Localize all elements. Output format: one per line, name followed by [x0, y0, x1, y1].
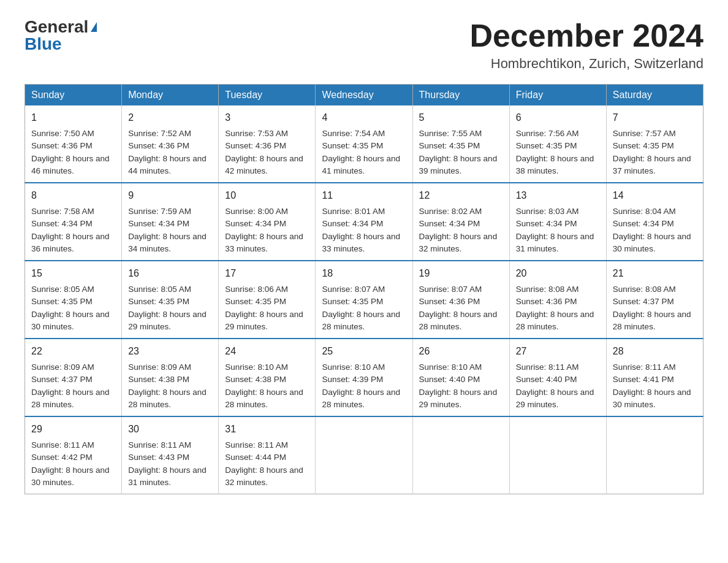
- day-cell: 15 Sunrise: 8:05 AMSunset: 4:35 PMDaylig…: [25, 261, 122, 339]
- day-number: 10: [225, 188, 309, 203]
- day-info: Sunrise: 8:08 AMSunset: 4:37 PMDaylight:…: [613, 283, 697, 333]
- day-number: 3: [225, 110, 309, 125]
- header-tuesday: Tuesday: [219, 85, 316, 106]
- day-info: Sunrise: 8:05 AMSunset: 4:35 PMDaylight:…: [31, 283, 115, 333]
- day-number: 25: [322, 344, 406, 359]
- day-number: 20: [516, 266, 600, 281]
- day-info: Sunrise: 8:08 AMSunset: 4:36 PMDaylight:…: [516, 283, 600, 333]
- day-cell: 17 Sunrise: 8:06 AMSunset: 4:35 PMDaylig…: [219, 261, 316, 339]
- logo-triangle-icon: [91, 22, 97, 32]
- day-number: 5: [419, 110, 503, 125]
- day-number: 4: [322, 110, 406, 125]
- header-saturday: Saturday: [606, 85, 703, 106]
- header-wednesday: Wednesday: [316, 85, 412, 106]
- week-row-3: 15 Sunrise: 8:05 AMSunset: 4:35 PMDaylig…: [25, 261, 703, 339]
- day-info: Sunrise: 8:04 AMSunset: 4:34 PMDaylight:…: [613, 205, 697, 255]
- day-cell: 9 Sunrise: 7:59 AMSunset: 4:34 PMDayligh…: [122, 183, 219, 261]
- day-number: 23: [128, 344, 212, 359]
- day-number: 7: [613, 110, 697, 125]
- day-number: 9: [128, 188, 212, 203]
- day-number: 27: [516, 344, 600, 359]
- day-number: 14: [613, 188, 697, 203]
- day-cell: 26 Sunrise: 8:10 AMSunset: 4:40 PMDaylig…: [412, 339, 509, 416]
- day-cell: 8 Sunrise: 7:58 AMSunset: 4:34 PMDayligh…: [25, 183, 122, 261]
- day-info: Sunrise: 8:11 AMSunset: 4:42 PMDaylight:…: [31, 439, 115, 489]
- day-info: Sunrise: 7:58 AMSunset: 4:34 PMDaylight:…: [31, 205, 115, 255]
- day-cell: 20 Sunrise: 8:08 AMSunset: 4:36 PMDaylig…: [509, 261, 606, 339]
- day-info: Sunrise: 7:59 AMSunset: 4:34 PMDaylight:…: [128, 205, 212, 255]
- day-number: 24: [225, 344, 309, 359]
- day-cell: 6 Sunrise: 7:56 AMSunset: 4:35 PMDayligh…: [509, 105, 606, 183]
- week-row-2: 8 Sunrise: 7:58 AMSunset: 4:34 PMDayligh…: [25, 183, 703, 261]
- day-info: Sunrise: 8:10 AMSunset: 4:38 PMDaylight:…: [225, 361, 309, 411]
- day-number: 31: [225, 422, 309, 437]
- day-cell: [412, 416, 509, 494]
- day-info: Sunrise: 8:06 AMSunset: 4:35 PMDaylight:…: [225, 283, 309, 333]
- header-row: SundayMondayTuesdayWednesdayThursdayFrid…: [25, 85, 703, 106]
- day-cell: [606, 416, 703, 494]
- day-number: 15: [31, 266, 115, 281]
- day-number: 18: [322, 266, 406, 281]
- day-cell: [316, 416, 412, 494]
- day-number: 29: [31, 422, 115, 437]
- day-info: Sunrise: 8:02 AMSunset: 4:34 PMDaylight:…: [419, 205, 503, 255]
- header-monday: Monday: [122, 85, 219, 106]
- header-thursday: Thursday: [412, 85, 509, 106]
- day-info: Sunrise: 8:01 AMSunset: 4:34 PMDaylight:…: [322, 205, 406, 255]
- day-cell: 13 Sunrise: 8:03 AMSunset: 4:34 PMDaylig…: [509, 183, 606, 261]
- day-number: 17: [225, 266, 309, 281]
- day-number: 13: [516, 188, 600, 203]
- day-cell: 10 Sunrise: 8:00 AMSunset: 4:34 PMDaylig…: [219, 183, 316, 261]
- day-cell: 12 Sunrise: 8:02 AMSunset: 4:34 PMDaylig…: [412, 183, 509, 261]
- day-info: Sunrise: 7:56 AMSunset: 4:35 PMDaylight:…: [516, 128, 600, 177]
- day-cell: 29 Sunrise: 8:11 AMSunset: 4:42 PMDaylig…: [25, 416, 122, 494]
- header-sunday: Sunday: [25, 85, 122, 106]
- day-number: 11: [322, 188, 406, 203]
- day-info: Sunrise: 8:11 AMSunset: 4:43 PMDaylight:…: [128, 439, 212, 489]
- day-number: 16: [128, 266, 212, 281]
- day-cell: 28 Sunrise: 8:11 AMSunset: 4:41 PMDaylig…: [606, 339, 703, 416]
- day-info: Sunrise: 7:54 AMSunset: 4:35 PMDaylight:…: [322, 128, 406, 177]
- day-cell: [509, 416, 606, 494]
- day-cell: 1 Sunrise: 7:50 AMSunset: 4:36 PMDayligh…: [25, 105, 122, 183]
- day-info: Sunrise: 8:10 AMSunset: 4:39 PMDaylight:…: [322, 361, 406, 411]
- header-friday: Friday: [509, 85, 606, 106]
- day-info: Sunrise: 8:07 AMSunset: 4:35 PMDaylight:…: [322, 283, 406, 333]
- day-cell: 23 Sunrise: 8:09 AMSunset: 4:38 PMDaylig…: [122, 339, 219, 416]
- day-number: 22: [31, 344, 115, 359]
- day-info: Sunrise: 8:10 AMSunset: 4:40 PMDaylight:…: [419, 361, 503, 411]
- day-number: 26: [419, 344, 503, 359]
- day-cell: 31 Sunrise: 8:11 AMSunset: 4:44 PMDaylig…: [219, 416, 316, 494]
- day-info: Sunrise: 8:07 AMSunset: 4:36 PMDaylight:…: [419, 283, 503, 333]
- day-number: 12: [419, 188, 503, 203]
- day-info: Sunrise: 8:09 AMSunset: 4:38 PMDaylight:…: [128, 361, 212, 411]
- day-info: Sunrise: 8:00 AMSunset: 4:34 PMDaylight:…: [225, 205, 309, 255]
- day-info: Sunrise: 8:09 AMSunset: 4:37 PMDaylight:…: [31, 361, 115, 411]
- day-cell: 16 Sunrise: 8:05 AMSunset: 4:35 PMDaylig…: [122, 261, 219, 339]
- day-cell: 18 Sunrise: 8:07 AMSunset: 4:35 PMDaylig…: [316, 261, 412, 339]
- day-cell: 19 Sunrise: 8:07 AMSunset: 4:36 PMDaylig…: [412, 261, 509, 339]
- day-number: 21: [613, 266, 697, 281]
- day-info: Sunrise: 8:03 AMSunset: 4:34 PMDaylight:…: [516, 205, 600, 255]
- day-cell: 24 Sunrise: 8:10 AMSunset: 4:38 PMDaylig…: [219, 339, 316, 416]
- day-cell: 30 Sunrise: 8:11 AMSunset: 4:43 PMDaylig…: [122, 416, 219, 494]
- day-cell: 25 Sunrise: 8:10 AMSunset: 4:39 PMDaylig…: [316, 339, 412, 416]
- day-cell: 7 Sunrise: 7:57 AMSunset: 4:35 PMDayligh…: [606, 105, 703, 183]
- day-cell: 4 Sunrise: 7:54 AMSunset: 4:35 PMDayligh…: [316, 105, 412, 183]
- day-cell: 5 Sunrise: 7:55 AMSunset: 4:35 PMDayligh…: [412, 105, 509, 183]
- day-info: Sunrise: 7:55 AMSunset: 4:35 PMDaylight:…: [419, 128, 503, 177]
- day-number: 19: [419, 266, 503, 281]
- day-cell: 22 Sunrise: 8:09 AMSunset: 4:37 PMDaylig…: [25, 339, 122, 416]
- day-number: 6: [516, 110, 600, 125]
- day-number: 2: [128, 110, 212, 125]
- logo: General Blue: [25, 18, 97, 53]
- day-cell: 2 Sunrise: 7:52 AMSunset: 4:36 PMDayligh…: [122, 105, 219, 183]
- day-info: Sunrise: 7:57 AMSunset: 4:35 PMDaylight:…: [613, 128, 697, 177]
- calendar-table: SundayMondayTuesdayWednesdayThursdayFrid…: [25, 84, 703, 494]
- day-info: Sunrise: 7:52 AMSunset: 4:36 PMDaylight:…: [128, 128, 212, 177]
- day-cell: 14 Sunrise: 8:04 AMSunset: 4:34 PMDaylig…: [606, 183, 703, 261]
- week-row-4: 22 Sunrise: 8:09 AMSunset: 4:37 PMDaylig…: [25, 339, 703, 416]
- page-header: General Blue December 2024 Hombrechtikon…: [25, 18, 703, 72]
- day-number: 1: [31, 110, 115, 125]
- day-number: 28: [613, 344, 697, 359]
